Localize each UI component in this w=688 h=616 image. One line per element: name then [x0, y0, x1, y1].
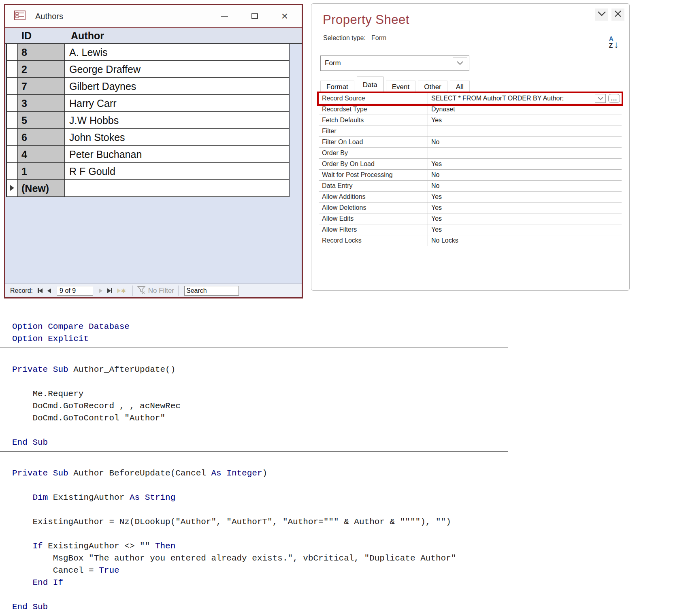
chevron-down-icon: [597, 11, 606, 18]
next-record-button[interactable]: [99, 288, 102, 293]
property-row: Filter On LoadNo: [319, 137, 622, 148]
new-record-button[interactable]: ✱: [117, 288, 126, 294]
record-selector[interactable]: [6, 129, 18, 146]
first-record-button[interactable]: [38, 288, 43, 293]
author-cell[interactable]: Harry Carr: [65, 95, 290, 112]
record-selector[interactable]: [6, 180, 18, 197]
property-label: Order By: [319, 148, 428, 158]
property-value[interactable]: No: [428, 137, 622, 147]
minimize-button[interactable]: [221, 16, 228, 17]
property-row: Allow FiltersYes: [319, 224, 622, 235]
author-cell[interactable]: Peter Buchanan: [65, 146, 290, 163]
column-header-author[interactable]: Author: [66, 30, 104, 42]
table-row: 5J.W Hobbs: [6, 112, 290, 129]
property-value[interactable]: [428, 126, 622, 136]
maximize-button[interactable]: [251, 13, 258, 19]
code-line: ExistingAuthor = Nz(DLookup("Author", "A…: [0, 516, 688, 528]
property-sheet-close-button[interactable]: [611, 9, 624, 21]
sort-a-to-z-button[interactable]: A Z ↓: [609, 36, 619, 49]
property-value[interactable]: No: [428, 170, 622, 180]
nav-separator: [178, 286, 179, 296]
record-position-box[interactable]: 9 of 9: [57, 286, 93, 296]
property-value[interactable]: Yes: [428, 213, 622, 224]
author-cell[interactable]: A. Lewis: [65, 44, 290, 61]
property-value[interactable]: Yes: [428, 224, 622, 235]
close-button[interactable]: ×: [281, 11, 288, 22]
record-selector[interactable]: [6, 78, 18, 95]
property-value[interactable]: Yes: [428, 202, 622, 213]
property-label: Order By On Load: [319, 159, 428, 169]
property-value[interactable]: No Locks: [428, 235, 622, 246]
column-header-id[interactable]: ID: [18, 30, 66, 42]
tab-all[interactable]: All: [450, 81, 470, 93]
code-line: Option Explicit: [0, 333, 688, 345]
tab-event[interactable]: Event: [386, 81, 415, 93]
id-cell[interactable]: 7: [18, 78, 65, 95]
id-cell[interactable]: 1: [18, 163, 65, 180]
filter-funnel-icon: [137, 285, 146, 296]
window-titlebar[interactable]: Authors ×: [5, 5, 302, 28]
property-value[interactable]: SELECT * FROM AuthorT ORDER BY Author;..…: [428, 93, 622, 104]
id-cell[interactable]: 6: [18, 129, 65, 146]
author-cell[interactable]: J.W Hobbs: [65, 112, 290, 129]
property-label: Allow Filters: [319, 224, 428, 235]
property-value-text: No: [431, 139, 439, 146]
property-value[interactable]: No: [428, 181, 622, 191]
code-line: Me.Requery: [0, 388, 688, 400]
last-record-button[interactable]: [107, 288, 112, 293]
no-filter-button[interactable]: No Filter: [137, 285, 174, 296]
property-value[interactable]: [428, 148, 622, 158]
value-dropdown-button[interactable]: [595, 94, 606, 103]
property-row: Order By On LoadYes: [319, 159, 622, 170]
property-value-text: Yes: [431, 226, 442, 233]
table-row: 1R F Gould: [6, 163, 290, 180]
property-value[interactable]: Dynaset: [428, 104, 622, 115]
record-selector[interactable]: [6, 61, 18, 78]
record-selector[interactable]: [6, 163, 18, 180]
authors-window: Authors × ID Author 8A. Lewis2George Dra…: [4, 4, 303, 298]
id-cell[interactable]: 3: [18, 95, 65, 112]
id-cell[interactable]: 4: [18, 146, 65, 163]
property-row: Allow AdditionsYes: [319, 192, 622, 202]
selection-type-label: Selection type:: [323, 34, 366, 42]
property-label: Filter On Load: [319, 137, 428, 147]
property-row: Wait for Post ProcessingNo: [319, 170, 622, 181]
object-selector-combobox[interactable]: Form: [320, 55, 469, 71]
record-selector[interactable]: [6, 95, 18, 112]
record-selector[interactable]: [6, 112, 18, 129]
search-input[interactable]: [184, 286, 239, 296]
property-row: Allow EditsYes: [319, 213, 622, 224]
record-selector[interactable]: [6, 44, 18, 61]
code-line: [0, 589, 688, 601]
builder-button[interactable]: ...: [608, 94, 620, 103]
code-line: Private Sub Author_AfterUpdate(): [0, 364, 688, 376]
id-cell[interactable]: 8: [18, 44, 65, 61]
vba-code-editor[interactable]: Option Compare DatabaseOption Explicit P…: [0, 321, 688, 613]
author-cell[interactable]: George Draffew: [65, 61, 290, 78]
property-tabs: FormatDataEventOtherAll: [320, 77, 470, 93]
tab-other[interactable]: Other: [418, 81, 447, 93]
property-label: Data Entry: [319, 181, 428, 191]
selection-type-value: Form: [371, 34, 386, 42]
property-value[interactable]: Yes: [428, 159, 622, 169]
author-cell[interactable]: Gilbert Daynes: [65, 78, 290, 95]
property-value[interactable]: Yes: [428, 192, 622, 202]
combobox-dropdown-button[interactable]: [453, 57, 467, 69]
author-cell[interactable]: John Stokes: [65, 129, 290, 146]
author-cell[interactable]: [65, 180, 290, 197]
procedure-separator: [0, 451, 508, 452]
property-value-text: Yes: [431, 204, 442, 211]
code-line: If ExistingAuthor <> "" Then: [0, 540, 688, 552]
property-value[interactable]: Yes: [428, 115, 622, 126]
property-sheet-collapse-button[interactable]: [595, 9, 608, 21]
no-filter-label: No Filter: [148, 287, 174, 295]
id-cell[interactable]: (New): [18, 180, 65, 197]
maximize-icon: [251, 13, 258, 19]
record-selector[interactable]: [6, 146, 18, 163]
previous-record-button[interactable]: [47, 288, 51, 293]
tab-format[interactable]: Format: [320, 81, 354, 93]
id-cell[interactable]: 5: [18, 112, 65, 129]
author-cell[interactable]: R F Gould: [65, 163, 290, 180]
id-cell[interactable]: 2: [18, 61, 65, 78]
tab-data[interactable]: Data: [357, 77, 383, 93]
